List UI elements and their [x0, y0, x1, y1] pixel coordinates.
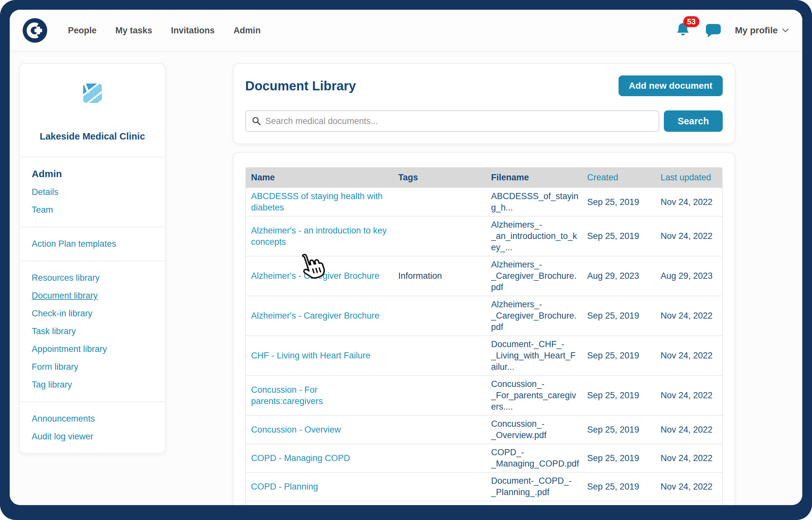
sidebar-item-appointment-library[interactable]: Appointment library — [20, 340, 165, 358]
sidebar-heading: Admin — [20, 165, 165, 183]
sidebar-group-templates: Action Plan templates — [20, 235, 165, 253]
document-link[interactable]: Alzheimer's - an introduction to key con… — [251, 225, 391, 248]
sidebar-item-document-library[interactable]: Document library — [20, 287, 165, 305]
table-row: Diabetes Type 2 - The BasicsDocument-_Di… — [246, 500, 722, 505]
search-input[interactable] — [265, 116, 659, 126]
table-row: Alzheimer's - Caregiver BrochureInformat… — [246, 256, 722, 295]
nav-item-invitations[interactable]: Invitations — [171, 26, 215, 35]
name-cell: Alzheimer's - Caregiver Brochure — [246, 310, 393, 321]
table-row: ABCDESSS of staying health with diabetes… — [246, 187, 722, 216]
filename-cell: Document-_Diabetes_Type_2_-_The_Basics_.… — [486, 504, 582, 505]
chat-icon[interactable] — [705, 23, 721, 38]
sidebar-item-resources-library[interactable]: Resources library — [20, 269, 165, 287]
updated-cell: Nov 24, 2022 — [655, 310, 722, 321]
table-row: COPD - Managing COPDCOPD_-_Managing_COPD… — [246, 444, 722, 472]
sort-header-last-updated[interactable]: Last updated — [655, 168, 722, 187]
app-window: PeopleMy tasksInvitationsAdmin 53 My pro… — [10, 10, 802, 505]
table-body: ABCDESSS of staying health with diabetes… — [246, 187, 722, 505]
filename-cell: Concussion_-_Overview.pdf — [486, 418, 582, 441]
column-header-filename: Filename — [486, 168, 582, 187]
created-cell: Sep 25, 2019 — [582, 231, 655, 242]
clinic-logo-block: Lakeside Medical Clinic — [20, 64, 165, 157]
updated-cell: Nov 24, 2022 — [655, 424, 722, 436]
sidebar-item-task-library[interactable]: Task library — [20, 322, 165, 340]
filename-cell: Alzheimers_-_Caregiver_Brochure.pdf — [486, 259, 582, 293]
filename-cell: COPD_-_Managing_COPD.pdf — [486, 447, 582, 469]
document-link[interactable]: CHF - Living with Heart Failure — [251, 350, 370, 361]
screen: PeopleMy tasksInvitationsAdmin 53 My pro… — [0, 0, 812, 520]
updated-cell: Nov 24, 2022 — [655, 390, 722, 401]
updated-cell: Aug 29, 2023 — [655, 270, 722, 282]
table-row: Concussion - OverviewConcussion_-_Overvi… — [246, 415, 722, 444]
name-cell: COPD - Planning — [246, 481, 393, 492]
search-box — [245, 110, 659, 132]
created-cell: Sep 25, 2019 — [582, 197, 655, 208]
filename-cell: ABCDESSS_of_staying_h... — [486, 191, 582, 213]
updated-cell: Nov 24, 2022 — [655, 453, 722, 464]
documents-table-card: NameTagsFilenameCreatedLast updated ABCD… — [233, 152, 735, 505]
document-link[interactable]: COPD - Planning — [251, 481, 318, 492]
search-button[interactable]: Search — [664, 110, 723, 132]
name-cell: Concussion - Overview — [246, 424, 393, 436]
nav-item-my-tasks[interactable]: My tasks — [115, 26, 152, 35]
sidebar-item-form-library[interactable]: Form library — [20, 358, 165, 376]
clinic-logo — [81, 82, 104, 105]
table-row: COPD - PlanningDocument-_COPD_-_Planning… — [246, 472, 722, 500]
search-icon — [252, 116, 261, 126]
sidebar-item-details[interactable]: Details — [20, 183, 165, 201]
nav-item-admin[interactable]: Admin — [233, 26, 261, 35]
column-header-name: Name — [246, 168, 393, 187]
sidebar-item-tag-library[interactable]: Tag library — [20, 376, 165, 394]
sidebar-item-team[interactable]: Team — [20, 201, 165, 219]
top-bar: PeopleMy tasksInvitationsAdmin 53 My pro… — [10, 10, 802, 52]
add-new-document-button[interactable]: Add new document — [619, 75, 723, 96]
document-link[interactable]: Concussion - Overview — [251, 424, 341, 436]
created-cell: Aug 29, 2023 — [582, 270, 655, 282]
notification-badge: 53 — [683, 16, 700, 27]
filename-cell: Document-_COPD_-_Planning_.pdf — [486, 475, 582, 498]
app-logo-icon[interactable] — [23, 18, 47, 43]
sidebar-card: Lakeside Medical Clinic Admin DetailsTea… — [19, 63, 166, 454]
name-cell: CHF - Living with Heart Failure — [246, 350, 393, 361]
created-cell: Sep 25, 2019 — [582, 453, 655, 464]
sidebar-item-check-in-library[interactable]: Check-in library — [20, 305, 165, 322]
library-header-card: Document Library Add new document Search — [233, 63, 735, 144]
updated-cell: Nov 24, 2022 — [655, 350, 722, 361]
table-row: Alzheimer's - an introduction to key con… — [246, 216, 722, 256]
nav-item-people[interactable]: People — [68, 26, 97, 35]
sort-header-created[interactable]: Created — [582, 168, 655, 187]
notifications-button[interactable]: 53 — [675, 21, 691, 40]
profile-menu-button[interactable]: My profile — [735, 25, 789, 35]
clinic-name: Lakeside Medical Clinic — [40, 131, 145, 142]
name-cell: Alzheimer's - an introduction to key con… — [246, 225, 393, 248]
document-link[interactable]: Concussion - For parents:caregivers — [251, 384, 391, 407]
top-right-cluster: 53 My profile — [675, 21, 789, 40]
primary-nav: PeopleMy tasksInvitationsAdmin — [68, 26, 261, 35]
tag-cell: Information — [393, 270, 486, 282]
sidebar-item-action-plan-templates[interactable]: Action Plan templates — [20, 235, 165, 253]
main-column: Document Library Add new document Search — [233, 63, 735, 505]
document-link[interactable]: COPD - Managing COPD — [251, 453, 350, 464]
window-frame: PeopleMy tasksInvitationsAdmin 53 My pro… — [0, 0, 812, 520]
column-header-tags: Tags — [393, 168, 486, 187]
document-link[interactable]: Alzheimer's - Caregiver Brochure — [251, 270, 380, 282]
updated-cell: Nov 24, 2022 — [655, 197, 722, 208]
sidebar-group-libraries: Resources libraryDocument libraryCheck-i… — [20, 269, 165, 394]
name-cell: Concussion - For parents:caregivers — [246, 384, 393, 407]
sidebar-item-audit-log-viewer[interactable]: Audit log viewer — [20, 428, 165, 445]
document-link[interactable]: Alzheimer's - Caregiver Brochure — [251, 310, 380, 321]
created-cell: Sep 25, 2019 — [582, 350, 655, 361]
document-link[interactable]: ABCDESSS of staying health with diabetes — [251, 191, 391, 213]
filename-cell: Alzheimers_-_an_introduction_to_key_... — [486, 219, 582, 253]
updated-cell: Nov 24, 2022 — [655, 231, 722, 242]
table-row: Alzheimer's - Caregiver BrochureAlzheime… — [246, 295, 722, 335]
sidebar-group-admin: DetailsTeam — [20, 183, 165, 219]
created-cell: Sep 25, 2019 — [582, 424, 655, 436]
sidebar-section-misc: AnnouncementsAudit log viewer — [20, 401, 165, 453]
chevron-down-icon — [782, 28, 789, 33]
sidebar-item-announcements[interactable]: Announcements — [20, 410, 165, 428]
updated-cell: Nov 24, 2022 — [655, 481, 722, 492]
created-cell: Sep 25, 2019 — [582, 310, 655, 321]
filename-cell: Concussion_-_For_parents_caregivers.... — [486, 379, 582, 413]
sidebar-section-templates: Action Plan templates — [20, 227, 165, 261]
